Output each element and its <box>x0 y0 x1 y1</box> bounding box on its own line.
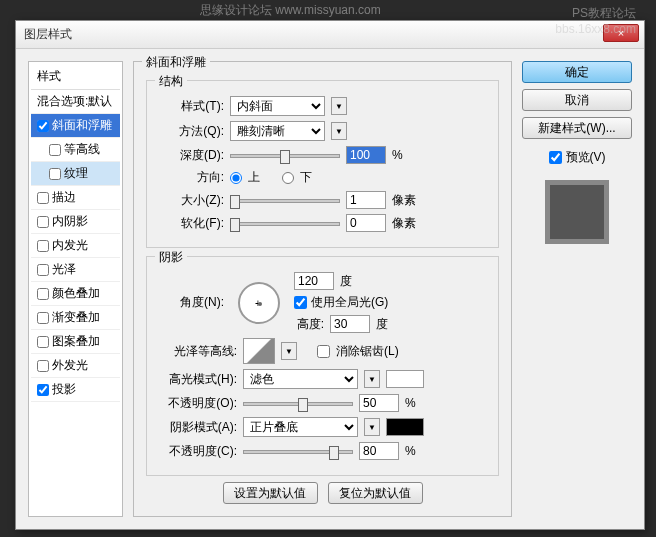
sidebar-label-1: 等高线 <box>64 141 100 158</box>
sidebar-label-3: 描边 <box>52 189 76 206</box>
sidebar-item-5[interactable]: 内发光 <box>31 234 120 258</box>
right-panel: 确定 取消 新建样式(W)... 预览(V) <box>522 61 632 517</box>
direction-up-radio[interactable] <box>230 172 242 184</box>
sidebar-checkbox-5[interactable] <box>37 240 49 252</box>
shadow-opacity-input[interactable] <box>359 442 399 460</box>
sidebar-checkbox-3[interactable] <box>37 192 49 204</box>
sidebar-checkbox-2[interactable] <box>49 168 61 180</box>
sidebar-checkbox-11[interactable] <box>37 384 49 396</box>
sidebar-checkbox-10[interactable] <box>37 360 49 372</box>
titlebar[interactable]: 图层样式 × <box>16 21 644 49</box>
sidebar-label-6: 光泽 <box>52 261 76 278</box>
sidebar-item-7[interactable]: 颜色叠加 <box>31 282 120 306</box>
hlmode-dd-icon[interactable]: ▼ <box>364 370 380 388</box>
sidebar-item-10[interactable]: 外发光 <box>31 354 120 378</box>
dialog-title: 图层样式 <box>24 26 72 43</box>
sidebar-label-9: 图案叠加 <box>52 333 100 350</box>
sidebar-item-9[interactable]: 图案叠加 <box>31 330 120 354</box>
shadow-opacity-slider[interactable] <box>243 442 353 460</box>
highlight-opacity-label: 不透明度(O): <box>159 395 237 412</box>
sidebar-label-5: 内发光 <box>52 237 88 254</box>
depth-label: 深度(D): <box>159 147 224 164</box>
sidebar-label-10: 外发光 <box>52 357 88 374</box>
sidebar-item-8[interactable]: 渐变叠加 <box>31 306 120 330</box>
watermark-top: 思缘设计论坛 www.missyuan.com <box>200 2 381 19</box>
depth-input[interactable] <box>346 146 386 164</box>
bevel-title: 斜面和浮雕 <box>142 54 210 71</box>
technique-select[interactable]: 雕刻清晰 <box>230 121 325 141</box>
sidebar-item-3[interactable]: 描边 <box>31 186 120 210</box>
size-input[interactable] <box>346 191 386 209</box>
bevel-group: 斜面和浮雕 结构 样式(T): 内斜面 ▼ 方法(Q): 雕刻清晰 ▼ 深度(D… <box>133 61 512 517</box>
depth-slider[interactable] <box>230 146 340 164</box>
direction-down-radio[interactable] <box>282 172 294 184</box>
global-light-label: 使用全局光(G) <box>311 294 388 311</box>
style-select[interactable]: 内斜面 <box>230 96 325 116</box>
antialias-label: 消除锯齿(L) <box>336 343 399 360</box>
shading-title: 阴影 <box>155 249 187 266</box>
sidebar-blend-options[interactable]: 混合选项:默认 <box>31 90 120 114</box>
shmode-dd-icon[interactable]: ▼ <box>364 418 380 436</box>
soften-slider[interactable] <box>230 214 340 232</box>
sidebar-item-11[interactable]: 投影 <box>31 378 120 402</box>
preview-checkbox[interactable] <box>549 151 562 164</box>
size-slider[interactable] <box>230 191 340 209</box>
angle-unit: 度 <box>340 273 352 290</box>
sidebar-checkbox-6[interactable] <box>37 264 49 276</box>
highlight-mode-label: 高光模式(H): <box>159 371 237 388</box>
sidebar-checkbox-8[interactable] <box>37 312 49 324</box>
shadow-mode-select[interactable]: 正片叠底 <box>243 417 358 437</box>
highlight-mode-select[interactable]: 滤色 <box>243 369 358 389</box>
sidebar-label-8: 渐变叠加 <box>52 309 100 326</box>
structure-group: 结构 样式(T): 内斜面 ▼ 方法(Q): 雕刻清晰 ▼ 深度(D): <box>146 80 499 248</box>
sidebar-checkbox-9[interactable] <box>37 336 49 348</box>
gloss-contour-label: 光泽等高线: <box>159 343 237 360</box>
angle-dial[interactable]: + <box>238 282 280 324</box>
direction-label: 方向: <box>159 169 224 186</box>
structure-title: 结构 <box>155 73 187 90</box>
soften-unit: 像素 <box>392 215 416 232</box>
global-light-checkbox[interactable] <box>294 296 307 309</box>
highlight-opacity-input[interactable] <box>359 394 399 412</box>
angle-input[interactable] <box>294 272 334 290</box>
sidebar-checkbox-4[interactable] <box>37 216 49 228</box>
tech-dd-icon[interactable]: ▼ <box>331 122 347 140</box>
cancel-button[interactable]: 取消 <box>522 89 632 111</box>
sidebar-head[interactable]: 样式 <box>31 64 120 90</box>
style-label: 样式(T): <box>159 98 224 115</box>
antialias-checkbox[interactable] <box>317 345 330 358</box>
sidebar-checkbox-0[interactable] <box>37 120 49 132</box>
sidebar-item-1[interactable]: 等高线 <box>31 138 120 162</box>
shadow-color-swatch[interactable] <box>386 418 424 436</box>
ok-button[interactable]: 确定 <box>522 61 632 83</box>
altitude-label: 高度: <box>294 316 324 333</box>
soften-input[interactable] <box>346 214 386 232</box>
preview-label: 预览(V) <box>566 149 606 166</box>
highlight-color-swatch[interactable] <box>386 370 424 388</box>
style-dd-icon[interactable]: ▼ <box>331 97 347 115</box>
watermark-l1: PS教程论坛 <box>555 5 636 22</box>
size-label: 大小(Z): <box>159 192 224 209</box>
technique-label: 方法(Q): <box>159 123 224 140</box>
sidebar-label-0: 斜面和浮雕 <box>52 117 112 134</box>
gloss-contour-picker[interactable] <box>243 338 275 364</box>
set-default-button[interactable]: 设置为默认值 <box>223 482 318 504</box>
watermark-l2: bbs.16xx8.com <box>555 22 636 36</box>
sidebar-item-4[interactable]: 内阴影 <box>31 210 120 234</box>
altitude-unit: 度 <box>376 316 388 333</box>
highlight-opacity-slider[interactable] <box>243 394 353 412</box>
reset-default-button[interactable]: 复位为默认值 <box>328 482 423 504</box>
direction-up-label: 上 <box>248 169 260 186</box>
sidebar-checkbox-7[interactable] <box>37 288 49 300</box>
sidebar-item-6[interactable]: 光泽 <box>31 258 120 282</box>
sidebar-label-2: 纹理 <box>64 165 88 182</box>
sidebar-checkbox-1[interactable] <box>49 144 61 156</box>
sidebar-item-0[interactable]: 斜面和浮雕 <box>31 114 120 138</box>
sh-op-unit: % <box>405 444 416 458</box>
gloss-dd-icon[interactable]: ▼ <box>281 342 297 360</box>
shadow-mode-label: 阴影模式(A): <box>159 419 237 436</box>
altitude-input[interactable] <box>330 315 370 333</box>
main-panel: 斜面和浮雕 结构 样式(T): 内斜面 ▼ 方法(Q): 雕刻清晰 ▼ 深度(D… <box>133 61 512 517</box>
new-style-button[interactable]: 新建样式(W)... <box>522 117 632 139</box>
sidebar-item-2[interactable]: 纹理 <box>31 162 120 186</box>
